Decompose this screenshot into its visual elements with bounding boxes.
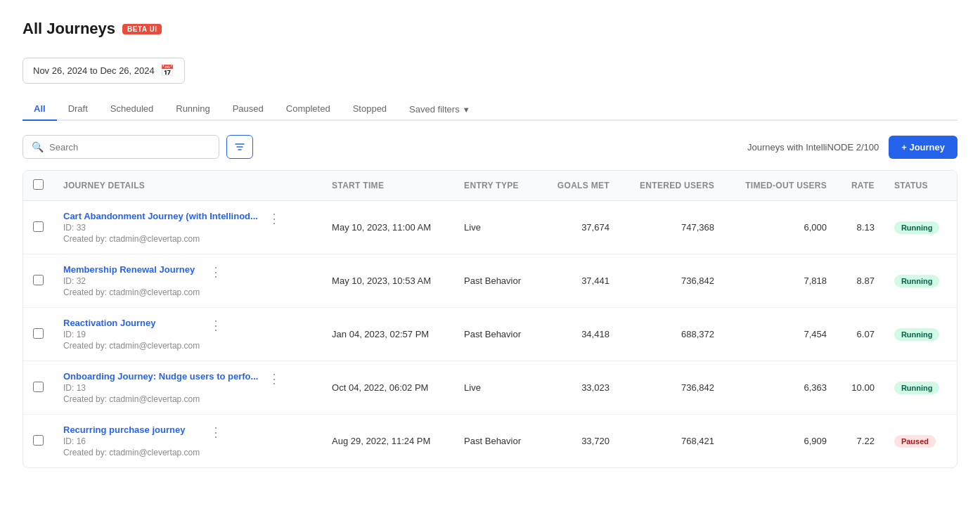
table-body: Cart Abandonment Journey (with Intellino…: [23, 201, 957, 468]
header-entry-type: Entry Type: [454, 171, 539, 201]
journey-name-link[interactable]: Reactivation Journey: [63, 318, 156, 328]
row-menu-button[interactable]: ⋮: [205, 264, 226, 280]
journey-created-by: Created by: ctadmin@clevertap.com: [63, 394, 258, 404]
intellinode-info: Journeys with IntelliNODE 2/100: [747, 142, 879, 153]
row-entry-type-cell: Past Behavior: [454, 308, 539, 361]
row-menu-button[interactable]: ⋮: [205, 424, 226, 440]
search-input[interactable]: [49, 142, 210, 153]
row-goals-met-cell: 33,720: [539, 415, 619, 468]
header-checkbox-col: [23, 171, 53, 201]
row-details-cell: Membership Renewal Journey ID: 32 Create…: [53, 254, 322, 308]
journey-id: ID: 33: [63, 223, 258, 233]
row-entered-users-cell: 688,372: [619, 308, 724, 361]
add-journey-button[interactable]: + Journey: [889, 136, 958, 159]
calendar-icon: 📅: [160, 64, 174, 77]
row-status-cell: Paused: [884, 415, 957, 468]
header-rate: Rate: [837, 171, 884, 201]
journeys-table-wrap: Journey Details Start Time Entry Type Go…: [22, 170, 958, 468]
row-menu-button[interactable]: ⋮: [264, 211, 285, 226]
date-range-button[interactable]: Nov 26, 2024 to Dec 26, 2024 📅: [22, 58, 185, 84]
beta-badge: BETA UI: [122, 24, 162, 34]
journeys-table: Journey Details Start Time Entry Type Go…: [23, 171, 957, 467]
row-timed-out-users-cell: 7,454: [724, 308, 837, 361]
row-checkbox-4[interactable]: [33, 382, 44, 392]
row-checkbox-cell: [23, 308, 53, 361]
tab-draft[interactable]: Draft: [57, 98, 99, 121]
row-timed-out-users-cell: 6,000: [724, 201, 837, 254]
row-status-cell: Running: [884, 254, 957, 308]
table-row: Recurring purchase journey ID: 16 Create…: [23, 415, 957, 468]
row-rate-cell: 6.07: [837, 308, 884, 361]
header-goals-met: Goals Met: [539, 171, 619, 201]
status-badge: Running: [894, 275, 940, 287]
table-row: Reactivation Journey ID: 19 Created by: …: [23, 308, 957, 361]
page-container: All Journeys BETA UI Nov 26, 2024 to Dec…: [0, 0, 980, 488]
row-goals-met-cell: 37,441: [539, 254, 619, 308]
row-details-cell: Cart Abandonment Journey (with Intellino…: [53, 201, 322, 254]
row-entry-type-cell: Live: [454, 201, 539, 254]
row-checkbox-2[interactable]: [33, 275, 44, 285]
row-entered-users-cell: 736,842: [619, 254, 724, 308]
tab-stopped[interactable]: Stopped: [342, 98, 398, 121]
tab-running[interactable]: Running: [165, 98, 221, 121]
row-details-cell: Onboarding Journey: Nudge users to perfo…: [53, 361, 322, 415]
header-timed-out-users: Timed-Out Users: [724, 171, 837, 201]
row-status-cell: Running: [884, 361, 957, 415]
row-details-cell: Reactivation Journey ID: 19 Created by: …: [53, 308, 322, 361]
row-checkbox-cell: [23, 201, 53, 254]
row-checkbox-3[interactable]: [33, 328, 44, 339]
filter-button[interactable]: [226, 135, 253, 159]
header-status: Status: [884, 171, 957, 201]
tab-scheduled[interactable]: Scheduled: [99, 98, 165, 121]
tab-saved-filters[interactable]: Saved filters ▼: [398, 98, 481, 120]
add-journey-label: + Journey: [901, 142, 945, 153]
row-status-cell: Running: [884, 201, 957, 254]
row-rate-cell: 8.13: [837, 201, 884, 254]
journey-name-link[interactable]: Cart Abandonment Journey (with Intellino…: [63, 211, 258, 221]
journey-created-by: Created by: ctadmin@clevertap.com: [63, 341, 200, 351]
tab-all[interactable]: All: [22, 98, 57, 121]
page-header: All Journeys BETA UI: [22, 20, 958, 38]
page-title: All Journeys: [22, 20, 115, 38]
row-rate-cell: 7.22: [837, 415, 884, 468]
row-status-cell: Running: [884, 308, 957, 361]
tab-completed[interactable]: Completed: [275, 98, 342, 121]
filter-icon: [234, 141, 245, 153]
row-start-time-cell: Jan 04, 2023, 02:57 PM: [322, 308, 454, 361]
journey-name-link[interactable]: Recurring purchase journey: [63, 424, 185, 435]
toolbar: 🔍 Journeys with IntelliNODE 2/100 + Jour…: [22, 135, 958, 159]
row-menu-button[interactable]: ⋮: [205, 318, 226, 333]
tab-paused[interactable]: Paused: [221, 98, 275, 121]
chevron-down-icon: ▼: [463, 105, 470, 114]
row-checkbox-1[interactable]: [33, 221, 44, 232]
row-details-cell: Recurring purchase journey ID: 16 Create…: [53, 415, 322, 468]
journey-name-link[interactable]: Onboarding Journey: Nudge users to perfo…: [63, 371, 258, 382]
select-all-checkbox[interactable]: [33, 179, 44, 190]
row-goals-met-cell: 34,418: [539, 308, 619, 361]
row-start-time-cell: May 10, 2023, 10:53 AM: [322, 254, 454, 308]
row-entered-users-cell: 747,368: [619, 201, 724, 254]
row-entered-users-cell: 736,842: [619, 361, 724, 415]
row-start-time-cell: May 10, 2023, 11:00 AM: [322, 201, 454, 254]
row-menu-button[interactable]: ⋮: [264, 371, 285, 387]
row-timed-out-users-cell: 7,818: [724, 254, 837, 308]
table-header-row: Journey Details Start Time Entry Type Go…: [23, 171, 957, 201]
journey-name-link[interactable]: Membership Renewal Journey: [63, 264, 195, 275]
journey-created-by: Created by: ctadmin@clevertap.com: [63, 448, 200, 458]
journey-id: ID: 16: [63, 436, 200, 446]
journey-id: ID: 13: [63, 383, 258, 393]
row-checkbox-5[interactable]: [33, 435, 44, 446]
journey-created-by: Created by: ctadmin@clevertap.com: [63, 287, 200, 297]
row-rate-cell: 8.87: [837, 254, 884, 308]
status-badge: Paused: [894, 435, 936, 448]
row-entry-type-cell: Live: [454, 361, 539, 415]
journey-id: ID: 19: [63, 330, 200, 339]
row-checkbox-cell: [23, 415, 53, 468]
toolbar-left: 🔍: [22, 135, 253, 159]
row-goals-met-cell: 33,023: [539, 361, 619, 415]
saved-filters-label: Saved filters: [409, 104, 460, 115]
search-box[interactable]: 🔍: [22, 135, 219, 159]
row-entry-type-cell: Past Behavior: [454, 415, 539, 468]
header-start-time: Start Time: [322, 171, 454, 201]
row-checkbox-cell: [23, 254, 53, 308]
